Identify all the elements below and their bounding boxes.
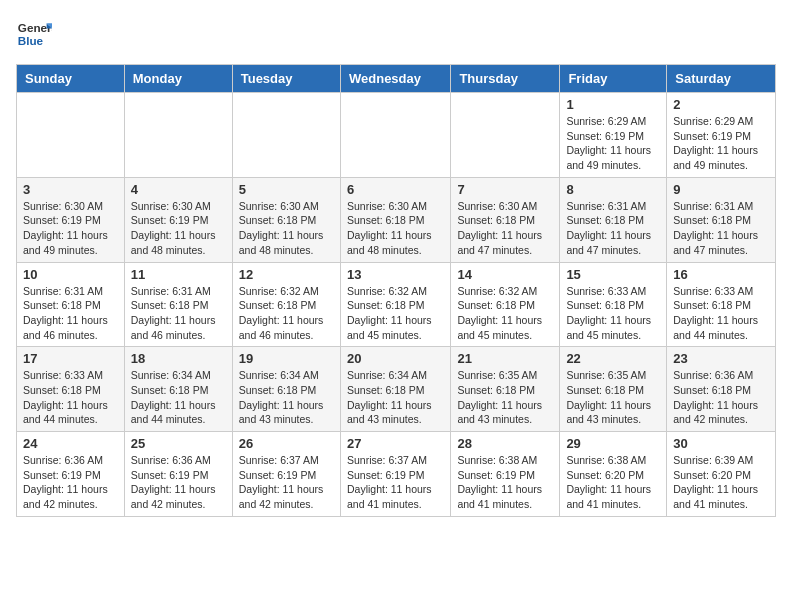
calendar-cell: 5Sunrise: 6:30 AM Sunset: 6:18 PM Daylig… [232,177,340,262]
calendar-cell: 10Sunrise: 6:31 AM Sunset: 6:18 PM Dayli… [17,262,125,347]
calendar-cell: 22Sunrise: 6:35 AM Sunset: 6:18 PM Dayli… [560,347,667,432]
day-info: Sunrise: 6:36 AM Sunset: 6:18 PM Dayligh… [673,368,769,427]
day-number: 22 [566,351,660,366]
calendar-cell: 16Sunrise: 6:33 AM Sunset: 6:18 PM Dayli… [667,262,776,347]
day-number: 7 [457,182,553,197]
svg-text:Blue: Blue [18,34,44,47]
calendar-cell: 30Sunrise: 6:39 AM Sunset: 6:20 PM Dayli… [667,432,776,517]
day-number: 30 [673,436,769,451]
calendar-cell: 28Sunrise: 6:38 AM Sunset: 6:19 PM Dayli… [451,432,560,517]
col-header-sunday: Sunday [17,65,125,93]
day-info: Sunrise: 6:32 AM Sunset: 6:18 PM Dayligh… [239,284,334,343]
day-info: Sunrise: 6:35 AM Sunset: 6:18 PM Dayligh… [566,368,660,427]
calendar-cell: 25Sunrise: 6:36 AM Sunset: 6:19 PM Dayli… [124,432,232,517]
day-number: 15 [566,267,660,282]
day-info: Sunrise: 6:33 AM Sunset: 6:18 PM Dayligh… [566,284,660,343]
calendar-cell: 7Sunrise: 6:30 AM Sunset: 6:18 PM Daylig… [451,177,560,262]
calendar-cell: 27Sunrise: 6:37 AM Sunset: 6:19 PM Dayli… [340,432,450,517]
day-number: 12 [239,267,334,282]
calendar-cell: 6Sunrise: 6:30 AM Sunset: 6:18 PM Daylig… [340,177,450,262]
day-info: Sunrise: 6:34 AM Sunset: 6:18 PM Dayligh… [239,368,334,427]
day-number: 21 [457,351,553,366]
calendar-table: SundayMondayTuesdayWednesdayThursdayFrid… [16,64,776,517]
day-info: Sunrise: 6:31 AM Sunset: 6:18 PM Dayligh… [131,284,226,343]
calendar-cell: 21Sunrise: 6:35 AM Sunset: 6:18 PM Dayli… [451,347,560,432]
day-info: Sunrise: 6:37 AM Sunset: 6:19 PM Dayligh… [347,453,444,512]
day-number: 18 [131,351,226,366]
calendar-cell: 24Sunrise: 6:36 AM Sunset: 6:19 PM Dayli… [17,432,125,517]
day-number: 3 [23,182,118,197]
calendar-cell [124,93,232,178]
day-info: Sunrise: 6:29 AM Sunset: 6:19 PM Dayligh… [673,114,769,173]
day-number: 6 [347,182,444,197]
calendar-cell: 12Sunrise: 6:32 AM Sunset: 6:18 PM Dayli… [232,262,340,347]
calendar-cell [17,93,125,178]
calendar-cell: 26Sunrise: 6:37 AM Sunset: 6:19 PM Dayli… [232,432,340,517]
calendar-cell: 9Sunrise: 6:31 AM Sunset: 6:18 PM Daylig… [667,177,776,262]
calendar-cell: 3Sunrise: 6:30 AM Sunset: 6:19 PM Daylig… [17,177,125,262]
calendar-cell: 23Sunrise: 6:36 AM Sunset: 6:18 PM Dayli… [667,347,776,432]
calendar-week-1: 1Sunrise: 6:29 AM Sunset: 6:19 PM Daylig… [17,93,776,178]
day-info: Sunrise: 6:31 AM Sunset: 6:18 PM Dayligh… [23,284,118,343]
day-info: Sunrise: 6:38 AM Sunset: 6:20 PM Dayligh… [566,453,660,512]
col-header-tuesday: Tuesday [232,65,340,93]
col-header-monday: Monday [124,65,232,93]
calendar-cell: 18Sunrise: 6:34 AM Sunset: 6:18 PM Dayli… [124,347,232,432]
day-number: 26 [239,436,334,451]
day-number: 2 [673,97,769,112]
calendar-cell: 14Sunrise: 6:32 AM Sunset: 6:18 PM Dayli… [451,262,560,347]
calendar-cell: 2Sunrise: 6:29 AM Sunset: 6:19 PM Daylig… [667,93,776,178]
day-info: Sunrise: 6:30 AM Sunset: 6:18 PM Dayligh… [347,199,444,258]
day-number: 11 [131,267,226,282]
day-number: 9 [673,182,769,197]
day-number: 10 [23,267,118,282]
calendar-cell: 20Sunrise: 6:34 AM Sunset: 6:18 PM Dayli… [340,347,450,432]
day-number: 28 [457,436,553,451]
col-header-wednesday: Wednesday [340,65,450,93]
day-info: Sunrise: 6:32 AM Sunset: 6:18 PM Dayligh… [347,284,444,343]
day-info: Sunrise: 6:31 AM Sunset: 6:18 PM Dayligh… [673,199,769,258]
day-number: 19 [239,351,334,366]
day-info: Sunrise: 6:38 AM Sunset: 6:19 PM Dayligh… [457,453,553,512]
calendar-cell: 11Sunrise: 6:31 AM Sunset: 6:18 PM Dayli… [124,262,232,347]
day-info: Sunrise: 6:33 AM Sunset: 6:18 PM Dayligh… [23,368,118,427]
day-info: Sunrise: 6:30 AM Sunset: 6:18 PM Dayligh… [457,199,553,258]
day-number: 20 [347,351,444,366]
col-header-saturday: Saturday [667,65,776,93]
calendar-week-5: 24Sunrise: 6:36 AM Sunset: 6:19 PM Dayli… [17,432,776,517]
day-number: 29 [566,436,660,451]
calendar-cell [451,93,560,178]
calendar-cell: 8Sunrise: 6:31 AM Sunset: 6:18 PM Daylig… [560,177,667,262]
day-number: 8 [566,182,660,197]
day-info: Sunrise: 6:37 AM Sunset: 6:19 PM Dayligh… [239,453,334,512]
day-info: Sunrise: 6:30 AM Sunset: 6:18 PM Dayligh… [239,199,334,258]
calendar-cell: 29Sunrise: 6:38 AM Sunset: 6:20 PM Dayli… [560,432,667,517]
day-number: 16 [673,267,769,282]
day-info: Sunrise: 6:34 AM Sunset: 6:18 PM Dayligh… [347,368,444,427]
col-header-friday: Friday [560,65,667,93]
day-number: 4 [131,182,226,197]
day-info: Sunrise: 6:29 AM Sunset: 6:19 PM Dayligh… [566,114,660,173]
calendar-week-4: 17Sunrise: 6:33 AM Sunset: 6:18 PM Dayli… [17,347,776,432]
day-number: 13 [347,267,444,282]
day-info: Sunrise: 6:36 AM Sunset: 6:19 PM Dayligh… [131,453,226,512]
day-number: 17 [23,351,118,366]
calendar-cell: 19Sunrise: 6:34 AM Sunset: 6:18 PM Dayli… [232,347,340,432]
calendar-cell: 15Sunrise: 6:33 AM Sunset: 6:18 PM Dayli… [560,262,667,347]
col-header-thursday: Thursday [451,65,560,93]
day-info: Sunrise: 6:31 AM Sunset: 6:18 PM Dayligh… [566,199,660,258]
calendar-cell: 4Sunrise: 6:30 AM Sunset: 6:19 PM Daylig… [124,177,232,262]
day-number: 5 [239,182,334,197]
day-number: 25 [131,436,226,451]
calendar-week-3: 10Sunrise: 6:31 AM Sunset: 6:18 PM Dayli… [17,262,776,347]
day-info: Sunrise: 6:36 AM Sunset: 6:19 PM Dayligh… [23,453,118,512]
day-info: Sunrise: 6:35 AM Sunset: 6:18 PM Dayligh… [457,368,553,427]
day-number: 24 [23,436,118,451]
day-number: 14 [457,267,553,282]
day-info: Sunrise: 6:34 AM Sunset: 6:18 PM Dayligh… [131,368,226,427]
day-number: 1 [566,97,660,112]
calendar-week-2: 3Sunrise: 6:30 AM Sunset: 6:19 PM Daylig… [17,177,776,262]
logo: General Blue [16,16,52,52]
day-number: 27 [347,436,444,451]
day-info: Sunrise: 6:30 AM Sunset: 6:19 PM Dayligh… [131,199,226,258]
